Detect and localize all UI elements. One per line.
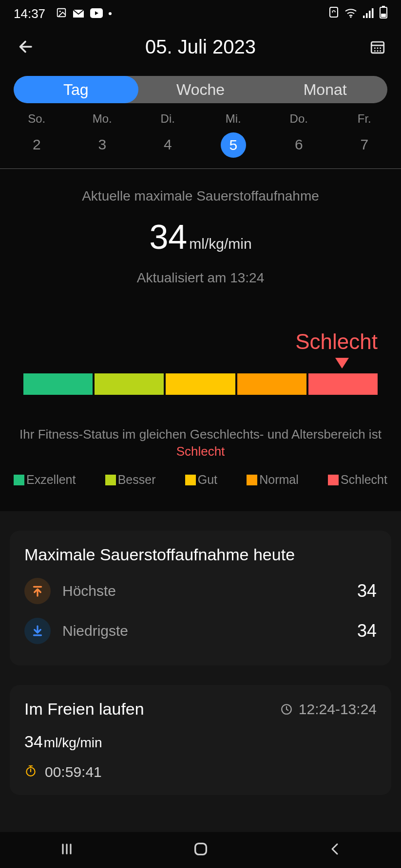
day-of-week: Do. xyxy=(266,112,332,126)
status-bar: 14:37 xyxy=(0,0,401,27)
youtube-icon xyxy=(90,6,103,21)
highest-value: 34 xyxy=(357,581,377,601)
period-segmented-control: Tag Woche Monat xyxy=(14,76,387,103)
legend-item: Besser xyxy=(105,473,156,487)
vo2-number: 34 xyxy=(149,218,187,257)
svg-point-15 xyxy=(374,47,376,49)
svg-point-1 xyxy=(59,10,61,12)
vo2-value: 34 ml/kg/min xyxy=(149,218,251,257)
svg-rect-0 xyxy=(57,8,66,17)
legend-label: Schlecht xyxy=(341,473,387,487)
arrow-down-icon xyxy=(24,618,51,644)
legend-item: Exzellent xyxy=(14,473,76,487)
day-5[interactable]: Mi.5 xyxy=(201,112,267,158)
legend-label: Normal xyxy=(259,473,299,487)
rating-marker-icon xyxy=(335,358,349,369)
battery-icon xyxy=(380,6,387,22)
legend-swatch xyxy=(14,475,24,485)
svg-rect-6 xyxy=(363,16,365,18)
rating-segment xyxy=(237,373,306,395)
legend-item: Schlecht xyxy=(328,473,387,487)
day-4[interactable]: Di.4 xyxy=(135,112,201,158)
svg-rect-4 xyxy=(330,7,338,17)
svg-rect-8 xyxy=(369,11,371,18)
activity-metric-value: 34 xyxy=(24,732,43,751)
day-6[interactable]: Do.6 xyxy=(266,112,332,158)
vo2-section: Aktuelle maximale Sauerstoffaufnahme 34 … xyxy=(0,169,401,307)
more-dot-icon xyxy=(109,12,112,15)
day-of-week: So. xyxy=(4,112,70,126)
activity-card[interactable]: Im Freien laufen 12:24-13:24 34 ml/kg/mi… xyxy=(10,685,391,795)
day-of-week: Mo. xyxy=(70,112,135,126)
tab-day[interactable]: Tag xyxy=(14,76,138,103)
home-button[interactable] xyxy=(192,841,209,859)
image-icon xyxy=(56,6,67,21)
svg-rect-12 xyxy=(381,14,386,17)
tab-month[interactable]: Monat xyxy=(263,76,387,103)
recents-button[interactable] xyxy=(59,841,75,859)
svg-rect-31 xyxy=(195,844,207,855)
tab-week[interactable]: Woche xyxy=(138,76,263,103)
svg-point-17 xyxy=(380,47,381,49)
svg-point-18 xyxy=(374,50,376,52)
arrow-up-icon xyxy=(24,578,51,604)
mail-icon xyxy=(73,6,84,21)
wifi-icon xyxy=(344,6,357,21)
day-number: 6 xyxy=(266,136,332,153)
day-3[interactable]: Mo.3 xyxy=(70,112,135,158)
day-number: 2 xyxy=(4,136,70,153)
day-of-week: Mi. xyxy=(201,112,267,126)
rating-label: Schlecht xyxy=(23,330,378,354)
page-title: 05. Juli 2023 xyxy=(0,36,401,58)
legend-swatch xyxy=(328,475,339,485)
day-of-week: Fr. xyxy=(332,112,398,126)
signal-icon xyxy=(363,6,374,21)
rating-segment xyxy=(23,373,93,395)
svg-rect-7 xyxy=(366,13,368,18)
today-vo2-card: Maximale Sauerstoffaufnahme heute Höchst… xyxy=(10,531,391,665)
status-prefix: Ihr Fitness-Status im gleichen Geschlech… xyxy=(19,427,382,442)
activity-time-range: 12:24-13:24 xyxy=(280,701,377,718)
vo2-unit: ml/kg/min xyxy=(189,236,251,252)
day-strip[interactable]: So.2Mo.3Di.4Mi.5Do.6Fr.7 xyxy=(4,112,397,158)
svg-rect-9 xyxy=(372,8,374,18)
day-7[interactable]: Fr.7 xyxy=(332,112,398,158)
android-nav-bar xyxy=(0,832,401,868)
lowest-value: 34 xyxy=(357,621,377,641)
day-2[interactable]: So.2 xyxy=(4,112,70,158)
rating-segment xyxy=(308,373,378,395)
legend-swatch xyxy=(185,475,196,485)
app-bar: 05. Juli 2023 xyxy=(0,27,401,66)
legend-swatch xyxy=(105,475,116,485)
vo2-updated: Aktualisiert am 13:24 xyxy=(23,270,378,286)
vo2-label: Aktuelle maximale Sauerstoffaufnahme xyxy=(23,188,378,204)
legend-item: Gut xyxy=(185,473,217,487)
legend-label: Gut xyxy=(198,473,217,487)
svg-point-20 xyxy=(380,50,381,52)
day-of-week: Di. xyxy=(135,112,201,126)
lowest-label: Niedrigste xyxy=(62,623,128,639)
android-back-button[interactable] xyxy=(327,842,342,858)
cards-section: Maximale Sauerstoffaufnahme heute Höchst… xyxy=(0,511,401,834)
rating-segment xyxy=(95,373,164,395)
back-button[interactable] xyxy=(14,35,37,58)
day-number: 4 xyxy=(135,136,201,153)
legend-label: Exzellent xyxy=(26,473,76,487)
highest-row: Höchste 34 xyxy=(24,571,377,611)
stopwatch-icon xyxy=(24,764,37,780)
status-value: Schlecht xyxy=(176,444,225,459)
today-card-title: Maximale Sauerstoffaufnahme heute xyxy=(24,545,377,564)
legend: ExzellentBesserGutNormalSchlecht xyxy=(14,473,387,487)
svg-point-16 xyxy=(377,47,378,49)
day-number: 5 xyxy=(229,137,237,153)
clock-icon xyxy=(280,703,293,716)
legend-item: Normal xyxy=(247,473,299,487)
calendar-button[interactable] xyxy=(368,37,387,56)
activity-metric-unit: ml/kg/min xyxy=(44,735,102,751)
status-text: Ihr Fitness-Status im gleichen Geschlech… xyxy=(19,426,382,460)
activity-time-text: 12:24-13:24 xyxy=(299,701,377,718)
status-time: 14:37 xyxy=(14,6,45,21)
sync-icon xyxy=(329,6,339,21)
highest-label: Höchste xyxy=(62,583,116,599)
activity-duration-text: 00:59:41 xyxy=(45,764,102,780)
